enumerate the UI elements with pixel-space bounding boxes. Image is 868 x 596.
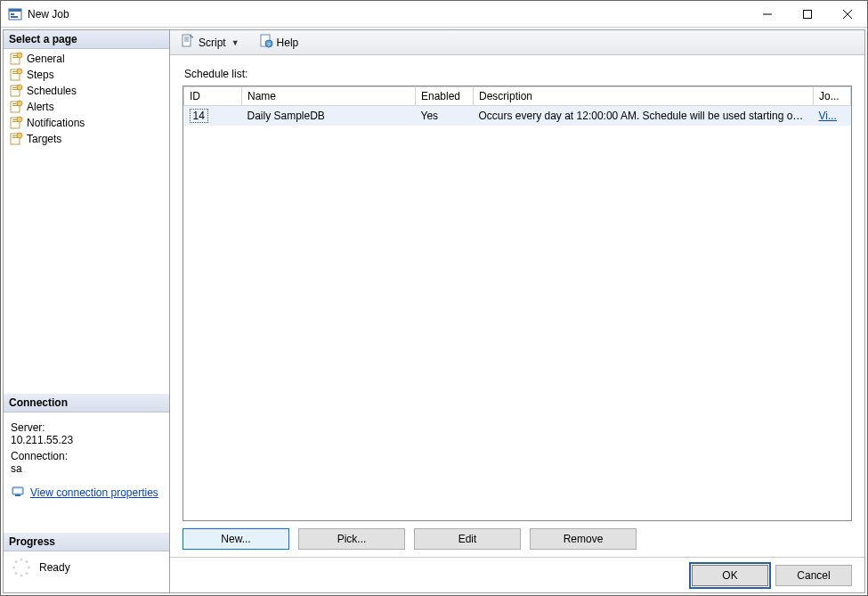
cell-id: 14 [184, 106, 242, 127]
page-steps[interactable]: Steps [4, 67, 169, 83]
page-label: Targets [27, 133, 61, 145]
connection-panel: Server: 10.211.55.23 Connection: sa View… [4, 412, 169, 506]
schedule-list-label: Schedule list: [184, 68, 852, 80]
page-label: Steps [27, 69, 54, 81]
svg-rect-22 [12, 105, 18, 106]
svg-point-40 [14, 572, 17, 575]
svg-point-41 [12, 566, 15, 568]
right-panel: Script ▼ ? Help Schedule list: [170, 30, 864, 592]
dropdown-caret-icon: ▼ [231, 38, 239, 47]
titlebar: New Job [1, 1, 867, 28]
minimize-button[interactable] [747, 1, 787, 27]
svg-point-35 [20, 558, 22, 560]
page-targets[interactable]: Targets [4, 131, 169, 147]
svg-point-23 [17, 101, 22, 106]
page-icon [9, 84, 23, 98]
grid-header-row: ID Name Enabled Description Jo... [184, 87, 851, 106]
window-title: New Job [28, 8, 69, 20]
progress-panel: Ready [4, 551, 169, 584]
page-label: Alerts [27, 101, 54, 113]
svg-rect-34 [14, 489, 21, 493]
page-icon [9, 132, 23, 146]
col-description[interactable]: Description [474, 87, 814, 106]
help-label: Help [277, 37, 299, 49]
pages-list: General Steps Schedules Alerts Notificat… [4, 49, 169, 149]
svg-point-19 [17, 85, 22, 90]
schedule-row[interactable]: 14 Daily SampleDB Yes Occurs every day a… [184, 106, 851, 127]
svg-rect-10 [12, 57, 18, 58]
new-job-window: New Job Select a page General Steps Sche… [0, 0, 868, 596]
select-page-header: Select a page [4, 30, 169, 49]
cell-jobs: Vi... [814, 106, 851, 127]
col-jobs[interactable]: Jo... [814, 87, 851, 106]
svg-point-37 [28, 566, 30, 568]
cell-enabled: Yes [416, 106, 474, 127]
progress-status: Ready [39, 561, 70, 574]
svg-rect-14 [12, 73, 18, 74]
page-icon [9, 52, 23, 66]
script-button[interactable]: Script ▼ [177, 32, 243, 53]
svg-rect-2 [11, 13, 14, 15]
view-connection-properties-link[interactable]: View connection properties [30, 486, 158, 499]
close-button[interactable] [827, 1, 867, 27]
edit-button[interactable]: Edit [414, 528, 521, 550]
ok-button[interactable]: OK [692, 565, 768, 586]
connection-properties-icon [11, 484, 25, 501]
cell-name: Daily SampleDB [242, 106, 416, 127]
app-icon [8, 7, 22, 21]
page-icon [9, 100, 23, 114]
script-icon [181, 34, 195, 51]
server-value: 10.211.55.23 [11, 434, 162, 446]
svg-point-15 [17, 69, 22, 74]
svg-point-39 [20, 574, 22, 576]
progress-spinner-icon [11, 557, 32, 578]
left-panel: Select a page General Steps Schedules Al… [4, 30, 170, 592]
svg-point-36 [25, 560, 28, 563]
server-label: Server: [11, 421, 162, 434]
progress-header: Progress [4, 533, 169, 551]
help-button[interactable]: ? Help [256, 32, 303, 53]
svg-rect-26 [12, 121, 18, 122]
toolbar: Script ▼ ? Help [170, 30, 864, 55]
page-label: General [27, 53, 65, 65]
svg-rect-30 [12, 137, 18, 138]
cancel-button[interactable]: Cancel [775, 565, 852, 586]
page-schedules[interactable]: Schedules [4, 83, 169, 99]
svg-point-42 [14, 560, 17, 563]
svg-rect-33 [15, 494, 20, 496]
page-icon [9, 68, 23, 82]
svg-point-11 [17, 53, 22, 58]
remove-button[interactable]: Remove [530, 528, 637, 550]
page-label: Notifications [27, 117, 85, 129]
pick-button[interactable]: Pick... [298, 528, 405, 550]
connection-value: sa [11, 462, 162, 475]
page-notifications[interactable]: Notifications [4, 115, 169, 131]
page-alerts[interactable]: Alerts [4, 99, 169, 115]
svg-point-38 [25, 572, 28, 575]
svg-rect-5 [803, 10, 811, 18]
schedule-list-grid[interactable]: ID Name Enabled Description Jo... 14 Dai… [183, 86, 852, 521]
connection-header: Connection [4, 394, 169, 412]
jobs-in-schedule-link[interactable]: Vi... [819, 110, 837, 122]
content-area: Schedule list: ID Name Enabled Descripti… [170, 55, 864, 557]
svg-rect-3 [11, 16, 18, 18]
col-enabled[interactable]: Enabled [416, 87, 474, 106]
col-id[interactable]: ID [184, 87, 242, 106]
cell-description: Occurs every day at 12:00:00 AM. Schedul… [474, 106, 814, 127]
dialog-body: Select a page General Steps Schedules Al… [3, 29, 865, 593]
page-general[interactable]: General [4, 51, 169, 67]
col-name[interactable]: Name [242, 87, 416, 106]
connection-label: Connection: [11, 450, 162, 462]
new-button[interactable]: New... [183, 528, 289, 550]
schedule-buttons-row: New... Pick... Edit Remove [183, 528, 852, 550]
svg-point-27 [17, 117, 22, 122]
maximize-button[interactable] [787, 1, 827, 27]
page-icon [9, 116, 23, 130]
svg-rect-18 [12, 89, 18, 90]
page-label: Schedules [27, 85, 77, 97]
svg-point-31 [17, 133, 22, 138]
dialog-footer: OK Cancel [170, 557, 864, 592]
help-icon: ? [259, 34, 273, 51]
script-label: Script [199, 37, 226, 49]
svg-rect-1 [9, 9, 21, 12]
